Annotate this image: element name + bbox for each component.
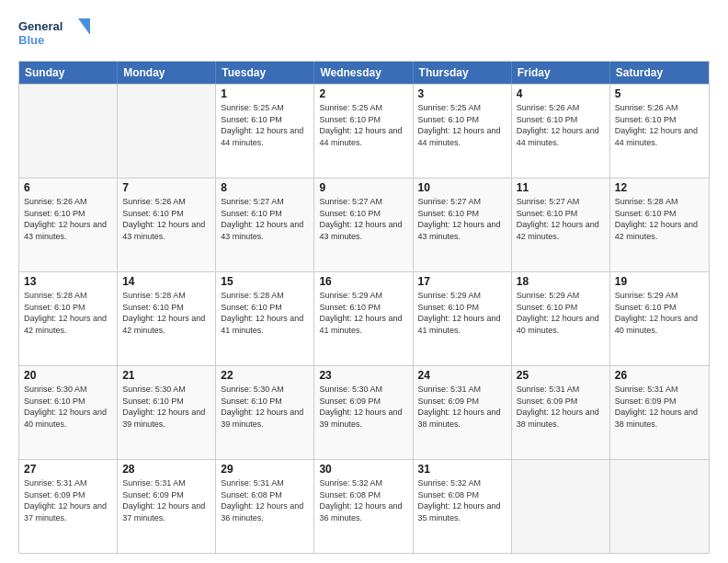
day-info: Sunrise: 5:31 AM Sunset: 6:09 PM Dayligh…	[24, 477, 112, 523]
day-info: Sunrise: 5:30 AM Sunset: 6:10 PM Dayligh…	[221, 384, 309, 430]
calendar-cell: 9Sunrise: 5:27 AM Sunset: 6:10 PM Daylig…	[314, 178, 413, 271]
calendar-cell: 14Sunrise: 5:28 AM Sunset: 6:10 PM Dayli…	[118, 272, 216, 365]
calendar-row: 27Sunrise: 5:31 AM Sunset: 6:09 PM Dayli…	[19, 459, 709, 553]
calendar-cell: 17Sunrise: 5:29 AM Sunset: 6:10 PM Dayli…	[414, 272, 512, 365]
calendar-cell: 31Sunrise: 5:32 AM Sunset: 6:08 PM Dayli…	[414, 460, 512, 553]
day-number: 14	[122, 275, 210, 288]
day-info: Sunrise: 5:28 AM Sunset: 6:10 PM Dayligh…	[24, 290, 112, 336]
calendar-row: 1Sunrise: 5:25 AM Sunset: 6:10 PM Daylig…	[19, 84, 709, 178]
day-info: Sunrise: 5:26 AM Sunset: 6:10 PM Dayligh…	[517, 102, 605, 148]
day-info: Sunrise: 5:28 AM Sunset: 6:10 PM Dayligh…	[221, 290, 309, 336]
calendar-row: 20Sunrise: 5:30 AM Sunset: 6:10 PM Dayli…	[19, 365, 709, 459]
weekday-header: Tuesday	[216, 62, 314, 84]
day-number: 11	[517, 181, 605, 194]
calendar-cell: 26Sunrise: 5:31 AM Sunset: 6:09 PM Dayli…	[610, 366, 709, 459]
day-number: 24	[418, 369, 506, 382]
calendar-cell: 16Sunrise: 5:29 AM Sunset: 6:10 PM Dayli…	[314, 272, 413, 365]
day-info: Sunrise: 5:26 AM Sunset: 6:10 PM Dayligh…	[24, 196, 112, 242]
day-number: 28	[122, 463, 210, 476]
day-number: 2	[319, 87, 407, 100]
calendar-cell: 10Sunrise: 5:27 AM Sunset: 6:10 PM Dayli…	[414, 178, 512, 271]
weekday-header: Sunday	[19, 62, 118, 84]
logo: General Blue	[18, 15, 92, 52]
svg-marker-2	[78, 18, 90, 35]
day-info: Sunrise: 5:31 AM Sunset: 6:09 PM Dayligh…	[122, 477, 210, 523]
calendar-cell: 3Sunrise: 5:25 AM Sunset: 6:10 PM Daylig…	[414, 85, 512, 178]
calendar-cell: 19Sunrise: 5:29 AM Sunset: 6:10 PM Dayli…	[610, 272, 709, 365]
calendar-cell: 29Sunrise: 5:31 AM Sunset: 6:08 PM Dayli…	[216, 460, 314, 553]
day-info: Sunrise: 5:27 AM Sunset: 6:10 PM Dayligh…	[418, 196, 506, 242]
calendar-cell: 27Sunrise: 5:31 AM Sunset: 6:09 PM Dayli…	[19, 460, 118, 553]
day-info: Sunrise: 5:26 AM Sunset: 6:10 PM Dayligh…	[122, 196, 210, 242]
day-info: Sunrise: 5:25 AM Sunset: 6:10 PM Dayligh…	[418, 102, 506, 148]
day-info: Sunrise: 5:30 AM Sunset: 6:10 PM Dayligh…	[24, 384, 112, 430]
day-number: 22	[221, 369, 309, 382]
calendar-cell: 11Sunrise: 5:27 AM Sunset: 6:10 PM Dayli…	[512, 178, 610, 271]
day-number: 8	[221, 181, 309, 194]
day-info: Sunrise: 5:29 AM Sunset: 6:10 PM Dayligh…	[517, 290, 605, 336]
svg-text:General: General	[18, 19, 63, 33]
calendar-cell: 25Sunrise: 5:31 AM Sunset: 6:09 PM Dayli…	[512, 366, 610, 459]
calendar-row: 6Sunrise: 5:26 AM Sunset: 6:10 PM Daylig…	[19, 178, 709, 271]
day-info: Sunrise: 5:27 AM Sunset: 6:10 PM Dayligh…	[319, 196, 407, 242]
day-number: 9	[319, 181, 407, 194]
day-number: 10	[418, 181, 506, 194]
day-info: Sunrise: 5:28 AM Sunset: 6:10 PM Dayligh…	[122, 290, 210, 336]
calendar-cell: 12Sunrise: 5:28 AM Sunset: 6:10 PM Dayli…	[610, 178, 709, 271]
day-number: 5	[615, 87, 704, 100]
calendar-cell: 1Sunrise: 5:25 AM Sunset: 6:10 PM Daylig…	[216, 85, 314, 178]
calendar-cell: 13Sunrise: 5:28 AM Sunset: 6:10 PM Dayli…	[19, 272, 118, 365]
day-info: Sunrise: 5:27 AM Sunset: 6:10 PM Dayligh…	[517, 196, 605, 242]
day-number: 17	[418, 275, 506, 288]
logo-svg: General Blue	[18, 15, 92, 52]
day-number: 7	[122, 181, 210, 194]
calendar-cell	[118, 85, 216, 178]
calendar-cell	[512, 460, 610, 553]
calendar-cell: 8Sunrise: 5:27 AM Sunset: 6:10 PM Daylig…	[216, 178, 314, 271]
day-info: Sunrise: 5:25 AM Sunset: 6:10 PM Dayligh…	[319, 102, 407, 148]
day-number: 3	[418, 87, 506, 100]
weekday-header: Friday	[512, 62, 610, 84]
weekday-header: Monday	[118, 62, 216, 84]
day-info: Sunrise: 5:32 AM Sunset: 6:08 PM Dayligh…	[418, 477, 506, 523]
day-number: 25	[517, 369, 605, 382]
weekday-header: Saturday	[610, 62, 709, 84]
day-info: Sunrise: 5:31 AM Sunset: 6:09 PM Dayligh…	[615, 384, 704, 430]
calendar-cell: 21Sunrise: 5:30 AM Sunset: 6:10 PM Dayli…	[118, 366, 216, 459]
day-number: 29	[221, 463, 309, 476]
day-number: 31	[418, 463, 506, 476]
day-number: 1	[221, 87, 309, 100]
day-number: 19	[615, 275, 704, 288]
calendar-cell: 4Sunrise: 5:26 AM Sunset: 6:10 PM Daylig…	[512, 85, 610, 178]
day-number: 21	[122, 369, 210, 382]
day-number: 12	[615, 181, 704, 194]
day-number: 18	[517, 275, 605, 288]
calendar-cell: 15Sunrise: 5:28 AM Sunset: 6:10 PM Dayli…	[216, 272, 314, 365]
day-number: 23	[319, 369, 407, 382]
day-info: Sunrise: 5:27 AM Sunset: 6:10 PM Dayligh…	[221, 196, 309, 242]
day-info: Sunrise: 5:31 AM Sunset: 6:08 PM Dayligh…	[221, 477, 309, 523]
calendar-body: 1Sunrise: 5:25 AM Sunset: 6:10 PM Daylig…	[19, 84, 709, 553]
weekday-header: Thursday	[414, 62, 512, 84]
day-info: Sunrise: 5:25 AM Sunset: 6:10 PM Dayligh…	[221, 102, 309, 148]
day-info: Sunrise: 5:29 AM Sunset: 6:10 PM Dayligh…	[319, 290, 407, 336]
day-number: 13	[24, 275, 112, 288]
day-info: Sunrise: 5:31 AM Sunset: 6:09 PM Dayligh…	[517, 384, 605, 430]
day-info: Sunrise: 5:32 AM Sunset: 6:08 PM Dayligh…	[319, 477, 407, 523]
calendar-cell: 6Sunrise: 5:26 AM Sunset: 6:10 PM Daylig…	[19, 178, 118, 271]
day-number: 6	[24, 181, 112, 194]
day-number: 4	[517, 87, 605, 100]
day-number: 30	[319, 463, 407, 476]
calendar-cell: 30Sunrise: 5:32 AM Sunset: 6:08 PM Dayli…	[314, 460, 413, 553]
day-info: Sunrise: 5:31 AM Sunset: 6:09 PM Dayligh…	[418, 384, 506, 430]
calendar-cell: 18Sunrise: 5:29 AM Sunset: 6:10 PM Dayli…	[512, 272, 610, 365]
day-number: 20	[24, 369, 112, 382]
page-header: General Blue	[18, 15, 710, 52]
calendar-cell	[19, 85, 118, 178]
calendar-cell: 28Sunrise: 5:31 AM Sunset: 6:09 PM Dayli…	[118, 460, 216, 553]
weekday-header: Wednesday	[314, 62, 413, 84]
day-number: 26	[615, 369, 704, 382]
day-info: Sunrise: 5:30 AM Sunset: 6:10 PM Dayligh…	[122, 384, 210, 430]
calendar: SundayMondayTuesdayWednesdayThursdayFrid…	[18, 61, 710, 554]
calendar-cell: 5Sunrise: 5:26 AM Sunset: 6:10 PM Daylig…	[610, 85, 709, 178]
